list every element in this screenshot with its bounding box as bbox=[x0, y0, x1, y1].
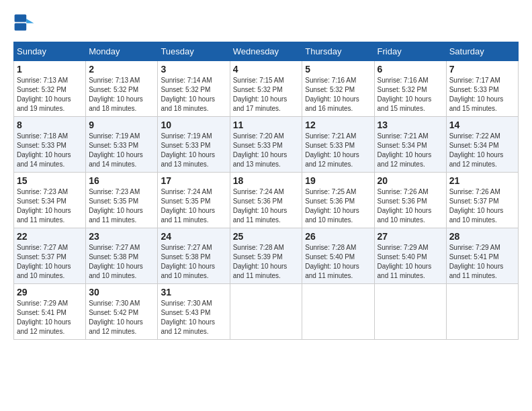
day-number: 17 bbox=[161, 175, 226, 186]
day-number: 19 bbox=[305, 175, 371, 186]
day-number: 5 bbox=[305, 64, 371, 75]
calendar-cell: 18 Sunrise: 7:24 AM Sunset: 5:36 PM Dayl… bbox=[230, 173, 302, 228]
day-detail: Sunrise: 7:28 AM Sunset: 5:39 PM Dayligh… bbox=[233, 243, 300, 281]
day-detail: Sunrise: 7:21 AM Sunset: 5:34 PM Dayligh… bbox=[378, 132, 443, 169]
day-detail: Sunrise: 7:29 AM Sunset: 5:41 PM Dayligh… bbox=[17, 299, 83, 336]
day-detail: Sunrise: 7:13 AM Sunset: 5:32 PM Dayligh… bbox=[89, 76, 154, 113]
day-number: 13 bbox=[378, 120, 443, 130]
day-detail: Sunrise: 7:26 AM Sunset: 5:37 PM Dayligh… bbox=[449, 187, 515, 225]
day-detail: Sunrise: 7:26 AM Sunset: 5:36 PM Dayligh… bbox=[378, 187, 443, 225]
calendar-cell bbox=[446, 284, 518, 340]
calendar-cell: 11 Sunrise: 7:20 AM Sunset: 5:33 PM Dayl… bbox=[230, 117, 302, 173]
calendar-cell: 8 Sunrise: 7:18 AM Sunset: 5:33 PM Dayli… bbox=[14, 117, 86, 173]
calendar-cell: 21 Sunrise: 7:26 AM Sunset: 5:37 PM Dayl… bbox=[446, 173, 518, 228]
calendar-cell: 19 Sunrise: 7:25 AM Sunset: 5:36 PM Dayl… bbox=[302, 173, 374, 228]
calendar-cell: 14 Sunrise: 7:22 AM Sunset: 5:34 PM Dayl… bbox=[446, 117, 518, 173]
svg-marker-1 bbox=[26, 19, 34, 23]
day-detail: Sunrise: 7:16 AM Sunset: 5:32 PM Dayligh… bbox=[378, 76, 443, 113]
weekday-header-wednesday: Wednesday bbox=[230, 42, 302, 61]
day-number: 7 bbox=[449, 64, 515, 75]
calendar-cell: 27 Sunrise: 7:29 AM Sunset: 5:40 PM Dayl… bbox=[374, 228, 446, 284]
day-number: 27 bbox=[378, 231, 443, 242]
day-number: 21 bbox=[449, 175, 515, 186]
calendar-cell: 13 Sunrise: 7:21 AM Sunset: 5:34 PM Dayl… bbox=[374, 117, 446, 173]
calendar-cell: 22 Sunrise: 7:27 AM Sunset: 5:37 PM Dayl… bbox=[14, 228, 86, 284]
day-number: 30 bbox=[89, 287, 154, 298]
day-number: 16 bbox=[89, 175, 154, 186]
day-number: 25 bbox=[233, 231, 300, 242]
calendar-cell: 28 Sunrise: 7:29 AM Sunset: 5:41 PM Dayl… bbox=[446, 228, 518, 284]
day-detail: Sunrise: 7:21 AM Sunset: 5:33 PM Dayligh… bbox=[305, 132, 371, 169]
day-number: 22 bbox=[17, 231, 83, 242]
day-detail: Sunrise: 7:24 AM Sunset: 5:35 PM Dayligh… bbox=[161, 187, 226, 225]
calendar-cell: 26 Sunrise: 7:28 AM Sunset: 5:40 PM Dayl… bbox=[302, 228, 374, 284]
day-detail: Sunrise: 7:27 AM Sunset: 5:37 PM Dayligh… bbox=[17, 243, 83, 281]
day-detail: Sunrise: 7:15 AM Sunset: 5:32 PM Dayligh… bbox=[233, 76, 300, 113]
svg-rect-0 bbox=[15, 23, 27, 30]
page-header bbox=[13, 13, 519, 35]
calendar-cell: 4 Sunrise: 7:15 AM Sunset: 5:32 PM Dayli… bbox=[230, 61, 302, 117]
calendar-cell: 5 Sunrise: 7:16 AM Sunset: 5:32 PM Dayli… bbox=[302, 61, 374, 117]
day-detail: Sunrise: 7:18 AM Sunset: 5:33 PM Dayligh… bbox=[17, 132, 83, 169]
day-number: 23 bbox=[89, 231, 154, 242]
day-detail: Sunrise: 7:30 AM Sunset: 5:42 PM Dayligh… bbox=[89, 299, 154, 336]
day-detail: Sunrise: 7:16 AM Sunset: 5:32 PM Dayligh… bbox=[305, 76, 371, 113]
day-number: 3 bbox=[161, 64, 226, 75]
day-detail: Sunrise: 7:25 AM Sunset: 5:36 PM Dayligh… bbox=[305, 187, 371, 225]
weekday-header-thursday: Thursday bbox=[302, 42, 374, 61]
calendar-cell: 2 Sunrise: 7:13 AM Sunset: 5:32 PM Dayli… bbox=[86, 61, 158, 117]
calendar-cell bbox=[302, 284, 374, 340]
calendar-cell: 25 Sunrise: 7:28 AM Sunset: 5:39 PM Dayl… bbox=[230, 228, 302, 284]
calendar-week-2: 8 Sunrise: 7:18 AM Sunset: 5:33 PM Dayli… bbox=[14, 117, 519, 173]
day-number: 6 bbox=[378, 64, 443, 75]
calendar-week-4: 22 Sunrise: 7:27 AM Sunset: 5:37 PM Dayl… bbox=[14, 228, 519, 284]
day-detail: Sunrise: 7:17 AM Sunset: 5:33 PM Dayligh… bbox=[449, 76, 515, 113]
calendar-cell: 1 Sunrise: 7:13 AM Sunset: 5:32 PM Dayli… bbox=[14, 61, 86, 117]
calendar-cell: 3 Sunrise: 7:14 AM Sunset: 5:32 PM Dayli… bbox=[158, 61, 230, 117]
calendar-cell: 6 Sunrise: 7:16 AM Sunset: 5:32 PM Dayli… bbox=[374, 61, 446, 117]
day-number: 4 bbox=[233, 64, 300, 75]
calendar-cell: 17 Sunrise: 7:24 AM Sunset: 5:35 PM Dayl… bbox=[158, 173, 230, 228]
day-number: 29 bbox=[17, 287, 83, 298]
header-row: SundayMondayTuesdayWednesdayThursdayFrid… bbox=[14, 42, 519, 61]
calendar-cell bbox=[230, 284, 302, 340]
calendar-cell: 20 Sunrise: 7:26 AM Sunset: 5:36 PM Dayl… bbox=[374, 173, 446, 228]
day-detail: Sunrise: 7:29 AM Sunset: 5:41 PM Dayligh… bbox=[449, 243, 515, 281]
calendar-week-3: 15 Sunrise: 7:23 AM Sunset: 5:34 PM Dayl… bbox=[14, 173, 519, 228]
calendar-cell: 7 Sunrise: 7:17 AM Sunset: 5:33 PM Dayli… bbox=[446, 61, 518, 117]
day-detail: Sunrise: 7:27 AM Sunset: 5:38 PM Dayligh… bbox=[161, 243, 226, 281]
calendar-cell: 10 Sunrise: 7:19 AM Sunset: 5:33 PM Dayl… bbox=[158, 117, 230, 173]
day-number: 8 bbox=[17, 120, 83, 130]
day-number: 1 bbox=[17, 64, 83, 75]
calendar-cell: 31 Sunrise: 7:30 AM Sunset: 5:43 PM Dayl… bbox=[158, 284, 230, 340]
day-number: 28 bbox=[449, 231, 515, 242]
calendar-cell bbox=[374, 284, 446, 340]
day-detail: Sunrise: 7:19 AM Sunset: 5:33 PM Dayligh… bbox=[161, 132, 226, 169]
calendar-week-5: 29 Sunrise: 7:29 AM Sunset: 5:41 PM Dayl… bbox=[14, 284, 519, 340]
day-number: 15 bbox=[17, 175, 83, 186]
weekday-header-friday: Friday bbox=[374, 42, 446, 61]
weekday-header-sunday: Sunday bbox=[14, 42, 86, 61]
day-number: 10 bbox=[161, 120, 226, 130]
day-detail: Sunrise: 7:19 AM Sunset: 5:33 PM Dayligh… bbox=[89, 132, 154, 169]
day-number: 18 bbox=[233, 175, 300, 186]
calendar-table: SundayMondayTuesdayWednesdayThursdayFrid… bbox=[13, 42, 519, 340]
day-detail: Sunrise: 7:13 AM Sunset: 5:32 PM Dayligh… bbox=[17, 76, 83, 113]
day-detail: Sunrise: 7:30 AM Sunset: 5:43 PM Dayligh… bbox=[161, 299, 226, 336]
day-number: 26 bbox=[305, 231, 371, 242]
day-detail: Sunrise: 7:24 AM Sunset: 5:36 PM Dayligh… bbox=[233, 187, 300, 225]
svg-rect-2 bbox=[15, 15, 27, 22]
day-number: 31 bbox=[161, 287, 226, 298]
calendar-cell: 9 Sunrise: 7:19 AM Sunset: 5:33 PM Dayli… bbox=[86, 117, 158, 173]
calendar-cell: 30 Sunrise: 7:30 AM Sunset: 5:42 PM Dayl… bbox=[86, 284, 158, 340]
calendar-cell: 15 Sunrise: 7:23 AM Sunset: 5:34 PM Dayl… bbox=[14, 173, 86, 228]
logo-icon bbox=[13, 13, 35, 35]
day-number: 24 bbox=[161, 231, 226, 242]
day-number: 14 bbox=[449, 120, 515, 130]
calendar-cell: 16 Sunrise: 7:23 AM Sunset: 5:35 PM Dayl… bbox=[86, 173, 158, 228]
day-detail: Sunrise: 7:29 AM Sunset: 5:40 PM Dayligh… bbox=[378, 243, 443, 281]
day-detail: Sunrise: 7:27 AM Sunset: 5:38 PM Dayligh… bbox=[89, 243, 154, 281]
logo bbox=[13, 13, 38, 35]
calendar-week-1: 1 Sunrise: 7:13 AM Sunset: 5:32 PM Dayli… bbox=[14, 61, 519, 117]
weekday-header-monday: Monday bbox=[86, 42, 158, 61]
